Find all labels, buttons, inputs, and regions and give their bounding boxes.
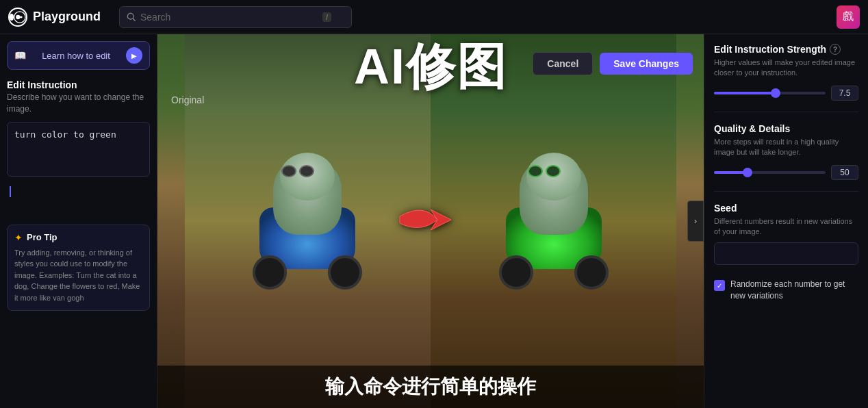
quality-slider-track[interactable] bbox=[714, 171, 826, 174]
strength-slider-track[interactable] bbox=[714, 92, 826, 94]
save-changes-button[interactable]: Save Changes bbox=[600, 53, 693, 75]
randomize-label: Randomize each number to get new variati… bbox=[730, 279, 858, 302]
quality-slider-row: 50 bbox=[714, 165, 858, 180]
search-input[interactable] bbox=[140, 12, 318, 23]
right-sidebar: Edit Instruction Strength ? Higher value… bbox=[704, 34, 868, 408]
logo-area: Playground bbox=[8, 8, 111, 27]
top-navigation: Playground / 戲 bbox=[0, 0, 868, 34]
text-cursor bbox=[10, 186, 11, 197]
strength-slider-fill bbox=[714, 92, 776, 94]
star-icon: ✦ bbox=[14, 232, 23, 243]
center-panel: AI修图 Cancel Save Changes Original bbox=[157, 34, 704, 408]
pro-tip-header: ✦ Pro Tip bbox=[14, 232, 142, 243]
svg-point-1 bbox=[16, 14, 20, 18]
quality-value: 50 bbox=[831, 165, 858, 180]
edited-image bbox=[431, 34, 676, 408]
edit-instruction-section: Edit Instruction Describe how you want t… bbox=[7, 77, 150, 115]
learn-how-to-edit-button[interactable]: 📖 Learn how to edit ▶ bbox=[7, 41, 150, 70]
quality-title: Quality & Details bbox=[714, 123, 858, 134]
quality-slider-thumb[interactable] bbox=[743, 168, 752, 177]
instruction-textarea[interactable]: turn color to green bbox=[7, 122, 150, 177]
search-icon bbox=[127, 12, 136, 22]
svg-line-4 bbox=[133, 18, 135, 21]
image-wrapper: 输入命令进行简单的操作 bbox=[157, 34, 704, 408]
logo-title: Playground bbox=[33, 10, 101, 24]
search-shortcut: / bbox=[322, 12, 331, 22]
comparison-image bbox=[157, 34, 704, 408]
svg-rect-2 bbox=[20, 16, 23, 18]
strength-title-row: Edit Instruction Strength ? bbox=[714, 44, 858, 55]
randomize-checkbox[interactable]: ✓ bbox=[714, 280, 725, 291]
main-layout: 📖 Learn how to edit ▶ Edit Instruction D… bbox=[0, 34, 868, 408]
edit-instruction-title: Edit Instruction bbox=[7, 79, 150, 90]
quality-desc: More steps will result in a high quality… bbox=[714, 137, 858, 158]
strength-desc: Higher values will make your edited imag… bbox=[714, 58, 858, 79]
strength-slider-thumb[interactable] bbox=[771, 88, 780, 98]
seed-input[interactable] bbox=[714, 242, 858, 265]
play-icon: ▶ bbox=[126, 47, 142, 64]
strength-slider-row: 7.5 bbox=[714, 86, 858, 101]
randomize-row: ✓ Randomize each number to get new varia… bbox=[714, 279, 858, 302]
frog-edited bbox=[499, 153, 609, 290]
pro-tip-box: ✦ Pro Tip Try adding, removing, or think… bbox=[7, 225, 150, 311]
seed-title: Seed bbox=[714, 203, 858, 214]
strength-title: Edit Instruction Strength bbox=[714, 44, 826, 55]
divider-1 bbox=[714, 112, 858, 112]
arrow bbox=[396, 196, 465, 246]
quality-section: Quality & Details More steps will result… bbox=[714, 123, 858, 180]
chevron-right-icon: › bbox=[694, 216, 697, 226]
pro-tip-text: Try adding, removing, or thinking of sty… bbox=[14, 247, 142, 304]
original-image bbox=[185, 34, 431, 408]
logo-icon bbox=[8, 8, 27, 27]
subtitle-text: 输入命令进行简单的操作 bbox=[325, 376, 536, 397]
pro-tip-title: Pro Tip bbox=[27, 232, 58, 242]
edit-instruction-desc: Describe how you want to change the imag… bbox=[7, 92, 150, 115]
strength-section: Edit Instruction Strength ? Higher value… bbox=[714, 44, 858, 101]
image-container: 输入命令进行简单的操作 bbox=[157, 34, 704, 408]
frog-original bbox=[253, 153, 362, 290]
cancel-button[interactable]: Cancel bbox=[533, 52, 593, 75]
left-sidebar: 📖 Learn how to edit ▶ Edit Instruction D… bbox=[0, 34, 157, 408]
seed-section: Seed Different numbers result in new var… bbox=[714, 203, 858, 266]
nav-right: 戲 bbox=[837, 5, 860, 29]
divider-2 bbox=[714, 191, 858, 192]
avatar[interactable]: 戲 bbox=[837, 5, 860, 29]
learn-btn-label: Learn how to edit bbox=[31, 51, 120, 61]
action-buttons: Cancel Save Changes bbox=[533, 52, 693, 75]
cursor-area bbox=[7, 183, 150, 218]
expand-button[interactable]: › bbox=[687, 201, 704, 242]
search-bar[interactable]: / bbox=[119, 6, 352, 28]
seed-desc: Different numbers result in new variatio… bbox=[714, 216, 858, 238]
original-label: Original bbox=[171, 94, 204, 105]
strength-value: 7.5 bbox=[831, 86, 858, 101]
image-content bbox=[157, 34, 704, 408]
strength-info-icon[interactable]: ? bbox=[830, 44, 841, 55]
overlay-subtitle: 输入命令进行简单的操作 bbox=[157, 366, 704, 408]
book-icon: 📖 bbox=[14, 50, 26, 61]
